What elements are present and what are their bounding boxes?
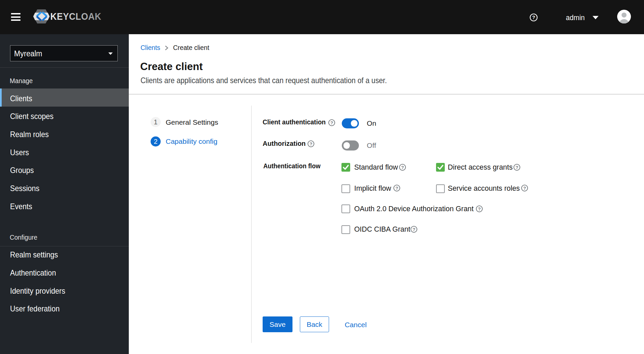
- svg-text:KEYCLOAK: KEYCLOAK: [50, 11, 101, 22]
- svg-text:?: ?: [401, 165, 404, 170]
- svg-text:?: ?: [413, 227, 415, 232]
- svg-text:?: ?: [532, 14, 535, 20]
- svg-text:?: ?: [478, 206, 481, 212]
- svg-text:?: ?: [330, 120, 333, 125]
- svg-text:?: ?: [523, 186, 526, 191]
- svg-text:?: ?: [310, 141, 312, 146]
- svg-text:?: ?: [395, 186, 398, 191]
- svg-text:?: ?: [516, 165, 518, 170]
